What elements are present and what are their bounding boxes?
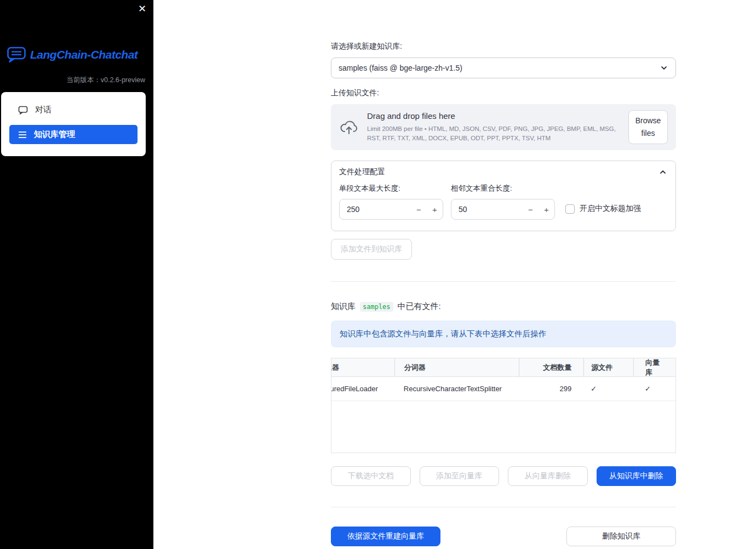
- chat-bubble-logo-icon: [7, 46, 26, 63]
- sidebar: ✕ LangChain-Chatchat 当前版本：v0.2.6-preview…: [0, 0, 153, 549]
- column-header-vector-store[interactable]: 向量库: [633, 358, 675, 376]
- cell-splitter: RecursiveCharacterTextSplitter: [394, 377, 519, 401]
- plus-icon[interactable]: +: [427, 205, 443, 214]
- add-to-vector-store-button[interactable]: 添加至向量库: [420, 466, 500, 486]
- rebuild-vector-store-button[interactable]: 依据源文件重建向量库: [331, 527, 440, 546]
- browse-files-button[interactable]: Browse files: [628, 110, 668, 144]
- cell-doc-count: 299: [519, 377, 583, 401]
- delete-from-kb-button[interactable]: 从知识库中删除: [597, 466, 677, 486]
- dropzone-text-block: Drag and drop files here Limit 200MB per…: [367, 111, 620, 142]
- app-logo: LangChain-Chatchat: [7, 46, 138, 63]
- dropzone-limit-text: Limit 200MB per file • HTML, MD, JSON, C…: [367, 124, 620, 142]
- plus-icon[interactable]: +: [539, 205, 554, 214]
- cell-vector-store-check: ✓: [633, 377, 675, 401]
- version-label: 当前版本：v0.2.6-preview: [66, 76, 145, 85]
- download-selected-button[interactable]: 下载选中文档: [331, 466, 411, 486]
- main-content: 请选择或新建知识库: samples (faiss @ bge-large-zh…: [331, 0, 676, 546]
- chevron-down-icon: [660, 64, 668, 72]
- chunk-size-field: 单段文本最大长度: 250 − +: [339, 184, 443, 220]
- sidebar-item-dialogue[interactable]: 对话: [1, 99, 146, 121]
- file-config-expander: 文件处理配置 单段文本最大长度: 250 − + 相邻文本重合长度: 50: [331, 161, 676, 231]
- sidebar-item-label: 对话: [35, 105, 51, 115]
- kb-management-buttons: 依据源文件重建向量库 删除知识库: [331, 527, 676, 546]
- table-row[interactable]: UnstructuredFileLoader RecursiveCharacte…: [331, 377, 675, 401]
- column-header-splitter[interactable]: 分词器: [394, 358, 519, 376]
- chat-icon: [18, 105, 28, 115]
- kb-name-code: samples: [360, 302, 393, 312]
- column-header-loader[interactable]: 文档加载器: [331, 358, 394, 376]
- zh-title-enhance-field: 开启中文标题加强: [565, 204, 641, 214]
- upload-label: 上传知识文件:: [331, 88, 676, 98]
- chunk-size-input[interactable]: 250: [340, 205, 411, 214]
- file-config-title: 文件处理配置: [339, 167, 385, 177]
- kb-select-label: 请选择或新建知识库:: [331, 42, 676, 52]
- cloud-upload-icon: [339, 119, 359, 135]
- delete-kb-button[interactable]: 删除知识库: [566, 527, 676, 546]
- chunk-size-label: 单段文本最大长度:: [339, 184, 443, 193]
- overlap-stepper: 50 − +: [451, 199, 555, 220]
- cell-source-file-check: ✓: [583, 377, 633, 401]
- zh-title-enhance-label: 开启中文标题加强: [580, 204, 641, 214]
- file-config-body: 单段文本最大长度: 250 − + 相邻文本重合长度: 50 − + 开启中文标…: [331, 181, 675, 231]
- sidebar-menu: 对话 知识库管理: [1, 92, 146, 156]
- overlap-input[interactable]: 50: [451, 205, 523, 214]
- existing-files-heading: 知识库 samples 中已有文件:: [331, 301, 676, 312]
- kb-files-table: 文档加载器 分词器 文档数量 源文件 向量库 UnstructuredFileL…: [331, 358, 676, 453]
- sidebar-item-knowledge-base[interactable]: 知识库管理: [9, 125, 138, 144]
- table-action-buttons: 下载选中文档 添加至向量库 从向量库删除 从知识库中删除: [331, 466, 676, 486]
- overlap-field: 相邻文本重合长度: 50 − +: [451, 184, 555, 220]
- info-banner: 知识库中包含源文件与向量库，请从下表中选择文件后操作: [331, 321, 676, 347]
- chevron-up-icon: [658, 168, 667, 176]
- existing-files-suffix: 中已有文件:: [398, 301, 441, 312]
- dropzone-instruction: Drag and drop files here: [367, 111, 620, 121]
- sidebar-close-icon[interactable]: ✕: [138, 4, 146, 14]
- column-header-doc-count[interactable]: 文档数量: [519, 358, 583, 376]
- kb-select[interactable]: samples (faiss @ bge-large-zh-v1.5): [331, 58, 676, 78]
- table-header-row: 文档加载器 分词器 文档数量 源文件 向量库: [331, 358, 675, 377]
- file-dropzone[interactable]: Drag and drop files here Limit 200MB per…: [331, 104, 676, 150]
- kb-select-value: samples (faiss @ bge-large-zh-v1.5): [339, 64, 462, 72]
- file-config-expander-header[interactable]: 文件处理配置: [331, 161, 675, 181]
- zh-title-enhance-checkbox[interactable]: [565, 204, 575, 214]
- delete-from-vector-store-button[interactable]: 从向量库删除: [508, 466, 588, 486]
- minus-icon[interactable]: −: [411, 205, 427, 214]
- add-files-to-kb-button[interactable]: 添加文件到知识库: [331, 239, 412, 260]
- minus-icon[interactable]: −: [523, 205, 539, 214]
- divider: [331, 281, 676, 282]
- column-header-source-file[interactable]: 源文件: [583, 358, 633, 376]
- cell-loader: UnstructuredFileLoader: [331, 377, 394, 401]
- divider: [331, 507, 676, 507]
- existing-files-prefix: 知识库: [331, 301, 356, 312]
- sidebar-item-label: 知识库管理: [34, 129, 75, 140]
- app-logo-text: LangChain-Chatchat: [30, 48, 138, 61]
- chunk-size-stepper: 250 − +: [339, 199, 443, 220]
- overlap-label: 相邻文本重合长度:: [451, 184, 555, 193]
- list-icon: [18, 131, 27, 139]
